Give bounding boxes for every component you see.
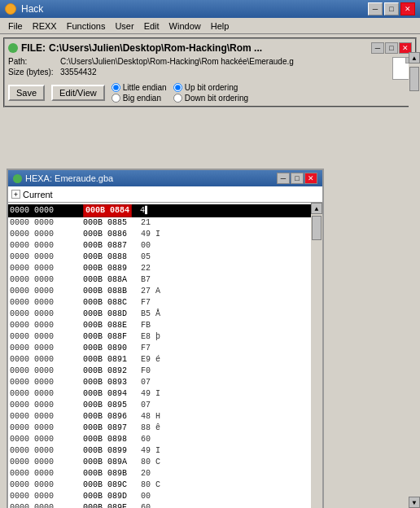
size-label: Size (bytes): [8, 68, 57, 77]
title-bar-left: Hack [5, 3, 43, 15]
path-value: C:\Users\Julien\Desktop\Rom-Hacking\Rom … [60, 57, 294, 66]
hex-maximize-button[interactable]: □ [291, 173, 304, 184]
hex-row: 0000 0000 000B 088B 27 A [8, 286, 311, 297]
hex-row: 0000 0000 000B 089A 80 C [8, 457, 311, 468]
hex-title: HEXA: Emeraude.gba [25, 173, 113, 183]
scroll-thumb[interactable] [312, 216, 322, 240]
hex-row: 0000 0000 000B 089E 60 [8, 502, 311, 508]
hex-row: 0000 0000 000B 0899 49 I [8, 445, 311, 457]
hex-editor-window: HEXA: Emeraude.gba ─ □ ✕ + Current 0000 … [7, 169, 324, 508]
hex-row: 0000 0000 000B 0885 21 [8, 217, 311, 229]
hex-row: 0000 0000 000B 089D 00 [8, 491, 311, 502]
file-info-row: Path: C:\Users\Julien\Desktop\Rom-Hackin… [8, 57, 412, 80]
tree-panel: + Current [8, 186, 322, 203]
minimize-button[interactable]: ─ [368, 2, 383, 15]
hex-close-button[interactable]: ✕ [304, 173, 317, 184]
hex-row: 0000 0000 000B 089B 20 [8, 468, 311, 480]
tree-current-item[interactable]: + Current [11, 190, 53, 199]
hex-row: 0000 0000 000B 0893 07 [8, 377, 311, 388]
menu-functions[interactable]: Functions [62, 20, 111, 33]
size-value: 33554432 [60, 68, 97, 77]
file-panel: FILE: C:\Users\Julien\Desktop\Rom-Hackin… [3, 37, 417, 107]
tree-expand-icon[interactable]: + [11, 190, 20, 199]
maximize-button[interactable]: □ [384, 2, 399, 15]
up-bit-radio[interactable]: Up bit ordering [173, 83, 248, 92]
menu-user[interactable]: User [110, 20, 138, 33]
hex-row: 0000 0000 000B 0896 48 H [8, 411, 311, 423]
tree-current-label: Current [23, 190, 53, 199]
down-bit-radio[interactable]: Down bit ordering [173, 94, 248, 103]
menu-window[interactable]: Window [164, 20, 206, 33]
file-info-area: Path: C:\Users\Julien\Desktop\Rom-Hackin… [8, 57, 387, 77]
hex-row: 0000 0000 000B 0889 22 [8, 263, 311, 274]
hex-title-left: HEXA: Emeraude.gba [13, 173, 113, 183]
hex-row: 0000 0000 000B 088C F7 [8, 297, 311, 309]
main-content: FILE: C:\Users\Julien\Desktop\Rom-Hackin… [0, 34, 420, 508]
file-minimize-button[interactable]: ─ [371, 42, 384, 54]
hex-scrollbar: ▲ ▼ [311, 203, 322, 508]
outer-scroll-up[interactable]: ▲ [409, 52, 420, 64]
hex-main-area[interactable]: 0000 0000 000B 0884 4▌0000 0000 000B 088… [8, 203, 311, 508]
menu-edit[interactable]: Edit [139, 20, 164, 33]
hex-row: 0000 0000 000B 0894 49 I [8, 388, 311, 400]
file-title: FILE: C:\Users\Julien\Desktop\Rom-Hackin… [8, 42, 262, 54]
path-label: Path: [8, 57, 57, 66]
endian-radio-group: Little endian Big endian [112, 83, 167, 103]
file-dot-icon [8, 43, 18, 53]
title-controls: ─ □ ✕ [368, 2, 415, 15]
hex-row: 0000 0000 000B 0891 E9 é [8, 354, 311, 366]
outer-scrollbar: ▲ ▼ [409, 52, 420, 508]
hex-row: 0000 0000 000B 089C 80 C [8, 480, 311, 491]
outer-scroll-down[interactable]: ▼ [409, 497, 420, 508]
menu-bar: File REXX Functions User Edit Window Hel… [0, 18, 420, 34]
file-maximize-button[interactable]: □ [385, 42, 398, 54]
hex-row: 0000 0000 000B 088F E8 þ [8, 331, 311, 343]
file-controls-row: Save Edit/View Little endian Big endian … [8, 83, 412, 103]
bit-order-radio-group: Up bit ordering Down bit ordering [173, 83, 248, 103]
menu-rexx[interactable]: REXX [28, 20, 62, 33]
save-button[interactable]: Save [8, 85, 45, 101]
hex-row: 0000 0000 000B 0898 60 [8, 434, 311, 445]
hex-row: 0000 0000 000B 0890 F7 [8, 343, 311, 354]
file-title-controls: ─ □ ✕ [371, 42, 412, 54]
menu-help[interactable]: Help [206, 20, 234, 33]
hex-dot-icon [13, 174, 22, 183]
hex-title-controls: ─ □ ✕ [277, 173, 317, 184]
hex-row: 0000 0000 000B 088A B7 [8, 274, 311, 286]
hex-row: 0000 0000 000B 0888 05 [8, 252, 311, 263]
app-title: Hack [21, 3, 43, 15]
hex-row: 0000 0000 000B 0886 49 I [8, 229, 311, 240]
hex-row: 0000 0000 000B 0895 07 [8, 400, 311, 411]
close-button[interactable]: ✕ [400, 2, 415, 15]
hex-row: 0000 0000 000B 088E FB [8, 320, 311, 331]
hex-row: 0000 0000 000B 0897 88 ê [8, 423, 311, 434]
hex-row: 0000 0000 000B 0892 F0 [8, 366, 311, 377]
scroll-up-button[interactable]: ▲ [311, 203, 322, 214]
title-bar: Hack ─ □ ✕ [0, 0, 420, 18]
little-endian-radio[interactable]: Little endian [112, 83, 167, 92]
menu-file[interactable]: File [3, 20, 28, 33]
outer-scroll-thumb[interactable] [409, 67, 419, 91]
hex-content: 0000 0000 000B 0884 4▌0000 0000 000B 088… [8, 203, 322, 508]
file-icon-label: FILE: [21, 42, 46, 54]
hex-row: 0000 0000 000B 0884 4▌ [8, 204, 311, 217]
hex-row: 0000 0000 000B 088D B5 Å [8, 309, 311, 320]
hex-title-bar: HEXA: Emeraude.gba ─ □ ✕ [8, 170, 322, 186]
edit-view-button[interactable]: Edit/View [51, 85, 105, 101]
file-filename: C:\Users\Julien\Desktop\Rom-Hacking\Rom … [49, 42, 262, 54]
big-endian-radio[interactable]: Big endian [112, 94, 167, 103]
app-dot-icon [5, 3, 16, 15]
file-title-row: FILE: C:\Users\Julien\Desktop\Rom-Hackin… [8, 42, 412, 54]
hex-minimize-button[interactable]: ─ [277, 173, 290, 184]
hex-row: 0000 0000 000B 0887 00 [8, 240, 311, 252]
